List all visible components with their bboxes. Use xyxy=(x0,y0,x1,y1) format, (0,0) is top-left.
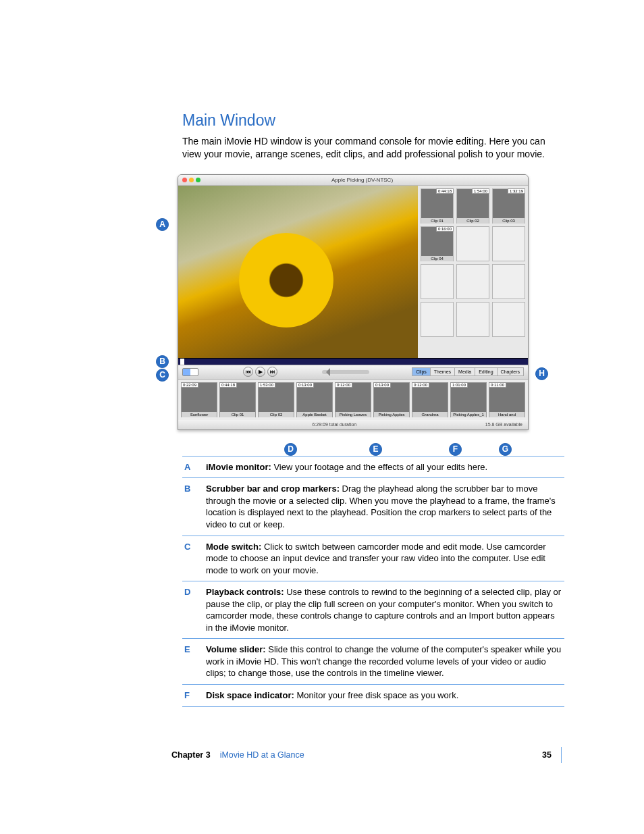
rewind-button[interactable]: ⏮ xyxy=(243,367,253,377)
callout-b: B xyxy=(156,355,169,368)
legend-key: E xyxy=(184,644,194,679)
timeline-clip[interactable]: 0:12:00Picking Leaves xyxy=(335,382,371,417)
volume-slider[interactable] xyxy=(322,370,369,374)
screenshot-figure: Apple Picking (DV-NTSC) 0:44:18Clip 01 1… xyxy=(178,174,556,430)
legend-row: E Volume slider: Slide this control to c… xyxy=(182,638,564,684)
imovie-window: Apple Picking (DV-NTSC) 0:44:18Clip 01 1… xyxy=(178,174,529,430)
clip-slot-empty xyxy=(456,226,489,261)
imovie-monitor xyxy=(178,186,418,358)
timeline-clip[interactable]: 1:53:00Clip 02 xyxy=(258,382,294,417)
page-number: 35 xyxy=(542,750,552,760)
timeline-clip[interactable]: 1:01:00Picking Apples_1 xyxy=(450,382,487,417)
zoom-icon[interactable] xyxy=(196,178,200,182)
legend-text: Mode switch: Click to switch between cam… xyxy=(206,541,562,577)
fullscreen-button[interactable]: ⏭ xyxy=(267,367,277,377)
clip-thumbnail[interactable]: 1:32:19Clip 03 xyxy=(492,188,525,224)
legend-key: D xyxy=(184,586,194,633)
mode-switch[interactable] xyxy=(182,368,198,376)
callout-a: A xyxy=(156,218,169,231)
playback-controls: ⏮ ▶ ⏭ xyxy=(243,367,277,377)
callout-c: C xyxy=(156,369,169,382)
page-footer: Chapter 3 iMovie HD at a Glance 35 xyxy=(171,747,562,763)
callout-d: D xyxy=(284,443,297,456)
legend-text: Disk space indicator: Monitor your free … xyxy=(206,689,458,702)
clip-thumbnail[interactable]: 0:44:18Clip 01 xyxy=(421,188,454,224)
clips-pane: 0:44:18Clip 01 1:54:00Clip 02 1:32:19Cli… xyxy=(418,186,528,358)
chapter-label: Chapter 3 xyxy=(171,750,211,760)
disk-space-indicator: 15.8 GB available xyxy=(485,422,522,427)
legend-text: Volume slider: Slide this control to cha… xyxy=(206,644,562,679)
timeline-clip[interactable]: 0:13:00Picking Apples xyxy=(373,382,410,417)
legend-row: B Scrubber bar and crop markers: Drag th… xyxy=(182,477,564,535)
legend-row: A iMovie monitor: View your footage and … xyxy=(182,456,564,478)
legend-table: A iMovie monitor: View your footage and … xyxy=(182,456,564,707)
play-button[interactable]: ▶ xyxy=(255,367,265,377)
legend-text: iMovie monitor: View your footage and th… xyxy=(206,461,487,473)
timeline-clip[interactable]: 0:44:18Clip 01 xyxy=(219,382,256,417)
callout-f: F xyxy=(449,443,462,456)
tab-clips[interactable]: Clips xyxy=(412,367,431,376)
clip-slot-empty xyxy=(456,264,489,299)
timeline-viewer[interactable]: 0:22:09Sunflower 0:44:18Clip 01 1:53:00C… xyxy=(178,380,528,420)
legend-key: C xyxy=(184,541,194,577)
clip-slot-empty xyxy=(492,302,525,337)
tab-media[interactable]: Media xyxy=(455,367,475,376)
total-duration: 6:29:09 total duration xyxy=(184,422,485,427)
legend-text: Playback controls: Use these controls to… xyxy=(206,586,562,633)
legend-text: Scrubber bar and crop markers: Drag the … xyxy=(206,483,562,530)
controls-bar: ⏮ ▶ ⏭ Clips Themes Media Editing Chapter… xyxy=(178,365,528,380)
intro-paragraph: The main iMovie HD window is your comman… xyxy=(182,135,557,161)
clip-slot-empty xyxy=(492,226,525,261)
window-titlebar: Apple Picking (DV-NTSC) xyxy=(178,175,528,186)
clip-slot-empty xyxy=(456,302,489,337)
close-icon[interactable] xyxy=(182,178,187,182)
timeline-clip[interactable]: 0:22:09Sunflower xyxy=(181,382,217,417)
legend-row: C Mode switch: Click to switch between c… xyxy=(182,536,564,581)
chapter-title: iMovie HD at a Glance xyxy=(220,750,304,760)
legend-row: D Playback controls: Use these controls … xyxy=(182,581,564,638)
scrubber-bar[interactable] xyxy=(178,358,528,365)
clip-thumbnail[interactable]: 0:16:00Clip 04 xyxy=(421,226,454,261)
pane-tabs: Clips Themes Media Editing Chapters xyxy=(412,367,524,376)
clip-slot-empty xyxy=(421,302,454,337)
tab-themes[interactable]: Themes xyxy=(431,367,455,376)
legend-key: B xyxy=(184,483,194,530)
clip-slot-empty xyxy=(421,264,454,299)
status-bar: 6:29:09 total duration 15.8 GB available xyxy=(178,420,528,429)
callout-e: E xyxy=(369,443,382,456)
legend-row: F Disk space indicator: Monitor your fre… xyxy=(182,684,564,707)
minimize-icon[interactable] xyxy=(189,178,194,182)
callout-g: G xyxy=(499,443,512,456)
window-title: Apple Picking (DV-NTSC) xyxy=(200,177,524,183)
callout-h: H xyxy=(535,367,548,380)
section-heading: Main Window xyxy=(182,111,557,130)
clip-slot-empty xyxy=(492,264,525,299)
legend-key: F xyxy=(184,689,194,702)
timeline-clip[interactable]: 0:13:00Apple Basket xyxy=(296,382,333,417)
timeline-clip[interactable]: 0:11:00Hand and xyxy=(489,382,525,417)
traffic-lights xyxy=(182,178,200,182)
clip-thumbnail[interactable]: 1:54:00Clip 02 xyxy=(456,188,489,224)
legend-key: A xyxy=(184,461,194,473)
tab-editing[interactable]: Editing xyxy=(475,367,497,376)
tab-chapters[interactable]: Chapters xyxy=(498,367,524,376)
timeline-clip[interactable]: 0:12:00Grandma xyxy=(412,382,448,417)
